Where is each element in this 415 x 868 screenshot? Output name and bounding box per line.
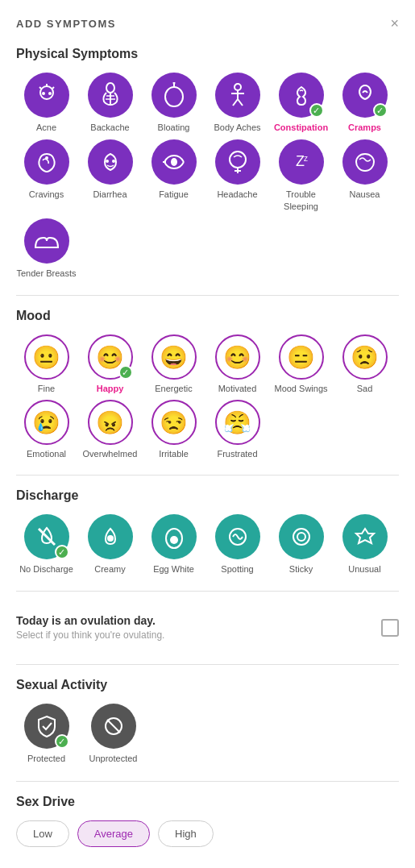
motivated-label: Motivated [218, 384, 257, 393]
happy-icon: 😊 ✓ [88, 334, 133, 380]
sexual-activity-title: Sexual Activity [16, 678, 399, 692]
sticky-icon [279, 514, 324, 559]
spotting-icon [215, 514, 260, 559]
symptom-fatigue[interactable]: Fatigue [143, 139, 204, 212]
frustrated-label: Frustrated [217, 449, 257, 459]
activity-unprotected[interactable]: Unprotected [83, 704, 143, 764]
svg-point-6 [106, 83, 114, 93]
mood-frustrated[interactable]: 😤 Frustrated [207, 400, 268, 459]
discharge-unusual[interactable]: Unusual [334, 514, 395, 575]
backache-label: Backache [90, 122, 129, 133]
symptom-trouble-sleeping[interactable]: Z z TroubleSleeping [271, 139, 331, 212]
protected-icon: ✓ [24, 704, 69, 749]
svg-line-36 [107, 720, 120, 733]
bloating-label: Bloating [158, 122, 190, 133]
energetic-label: Energetic [155, 384, 192, 393]
mood-happy[interactable]: 😊 ✓ Happy [80, 334, 140, 393]
sex-drive-average[interactable]: Average [77, 820, 150, 847]
symptom-diarrhea[interactable]: Diarrhea [80, 139, 140, 212]
tender-breasts-label: Tender Breasts [17, 268, 77, 279]
trouble-sleeping-icon: Z z [279, 139, 324, 185]
tender-breasts-icon [24, 218, 69, 264]
fine-icon: 😐 [24, 334, 69, 380]
mood-energetic[interactable]: 😄 Energetic [143, 334, 204, 393]
symptom-tender-breasts[interactable]: Tender Breasts [16, 218, 77, 279]
svg-text:z: z [304, 154, 308, 163]
creamy-icon [88, 514, 133, 559]
sex-drive-low[interactable]: Low [16, 820, 69, 847]
mood-irritable[interactable]: 😒 Irritable [143, 400, 204, 459]
discharge-egg-white[interactable]: Egg White [143, 514, 204, 575]
discharge-creamy[interactable]: Creamy [80, 514, 140, 575]
mood-emotional[interactable]: 😢 Emotional [16, 400, 77, 459]
motivated-icon: 😊 [215, 334, 260, 380]
fatigue-label: Fatigue [159, 189, 189, 200]
activity-protected[interactable]: ✓ Protected [16, 704, 77, 764]
mood-sad[interactable]: 😟 Sad [334, 334, 395, 393]
svg-point-23 [230, 152, 246, 168]
mood-section: Mood 😐 Fine 😊 ✓ Happy 😄 Energetic 😊 [16, 309, 399, 459]
mood-mood-swings[interactable]: 😑 Mood Swings [271, 334, 331, 393]
no-discharge-icon: ✓ [24, 514, 69, 559]
ovulation-title: Today is an ovulation day. [16, 614, 164, 627]
discharge-section: Discharge ✓ No Discharge [16, 488, 399, 575]
trouble-sleeping-label: TroubleSleeping [284, 189, 318, 212]
mood-swings-label: Mood Swings [274, 384, 327, 393]
symptom-cravings[interactable]: Cravings [16, 139, 77, 212]
spotting-label: Spotting [221, 563, 253, 575]
ovulation-text: Today is an ovulation day. Select if you… [16, 614, 164, 642]
irritable-icon: 😒 [151, 400, 197, 445]
frustrated-icon: 😤 [215, 400, 260, 445]
discharge-sticky[interactable]: Sticky [271, 514, 331, 575]
modal-title: ADD SYMPTOMS [16, 18, 116, 30]
svg-line-3 [52, 87, 54, 89]
symptom-cramps[interactable]: ✓ Cramps [334, 73, 395, 133]
diarrhea-label: Diarrhea [93, 189, 127, 200]
no-discharge-label: No Discharge [19, 563, 73, 575]
symptom-headache[interactable]: Headache [207, 139, 268, 212]
sex-drive-options: Low Average High [16, 820, 399, 847]
symptom-bloating[interactable]: Bloating [143, 73, 204, 133]
discharge-none[interactable]: ✓ No Discharge [16, 514, 77, 575]
overwhelmed-label: Overwhelmed [83, 449, 138, 459]
physical-symptoms-grid: Acne Backache [16, 73, 399, 279]
symptom-acne[interactable]: Acne [16, 73, 77, 133]
overwhelmed-icon: 😠 [88, 400, 133, 445]
irritable-label: Irritable [159, 449, 189, 459]
headache-icon [215, 139, 260, 185]
cramps-check: ✓ [373, 103, 388, 118]
sex-drive-high[interactable]: High [158, 820, 214, 847]
headache-label: Headache [217, 189, 257, 200]
body-aches-icon [215, 73, 260, 118]
ovulation-row: Today is an ovulation day. Select if you… [16, 604, 399, 651]
svg-point-12 [172, 82, 175, 85]
sex-drive-section: Sex Drive Low Average High [16, 795, 399, 847]
discharge-spotting[interactable]: Spotting [207, 514, 268, 575]
acne-label: Acne [36, 122, 56, 133]
close-button[interactable]: × [390, 16, 399, 31]
ovulation-checkbox[interactable] [381, 619, 399, 637]
fine-label: Fine [38, 384, 55, 393]
svg-point-5 [48, 92, 52, 95]
divider-4 [16, 664, 399, 665]
symptom-constipation[interactable]: ✓ Constipation [271, 73, 331, 133]
symptom-nausea[interactable]: Nausea [334, 139, 395, 212]
divider-1 [16, 295, 399, 296]
symptom-backache[interactable]: Backache [80, 73, 140, 133]
sad-icon: 😟 [342, 334, 388, 380]
mood-motivated[interactable]: 😊 Motivated [207, 334, 268, 393]
modal-header: ADD SYMPTOMS × [16, 16, 399, 31]
symptom-body-aches[interactable]: Body Aches [207, 73, 268, 133]
svg-point-10 [165, 87, 183, 106]
cramps-label: Cramps [348, 122, 381, 133]
body-aches-label: Body Aches [214, 122, 260, 133]
unusual-icon [342, 514, 388, 559]
mood-overwhelmed[interactable]: 😠 Overwhelmed [80, 400, 140, 459]
diarrhea-icon [88, 139, 133, 185]
constipation-label: Constipation [274, 122, 328, 133]
mood-fine[interactable]: 😐 Fine [16, 334, 77, 393]
happy-label: Happy [97, 384, 124, 393]
backache-icon [88, 73, 133, 118]
sticky-label: Sticky [289, 563, 313, 575]
unusual-label: Unusual [348, 563, 380, 575]
